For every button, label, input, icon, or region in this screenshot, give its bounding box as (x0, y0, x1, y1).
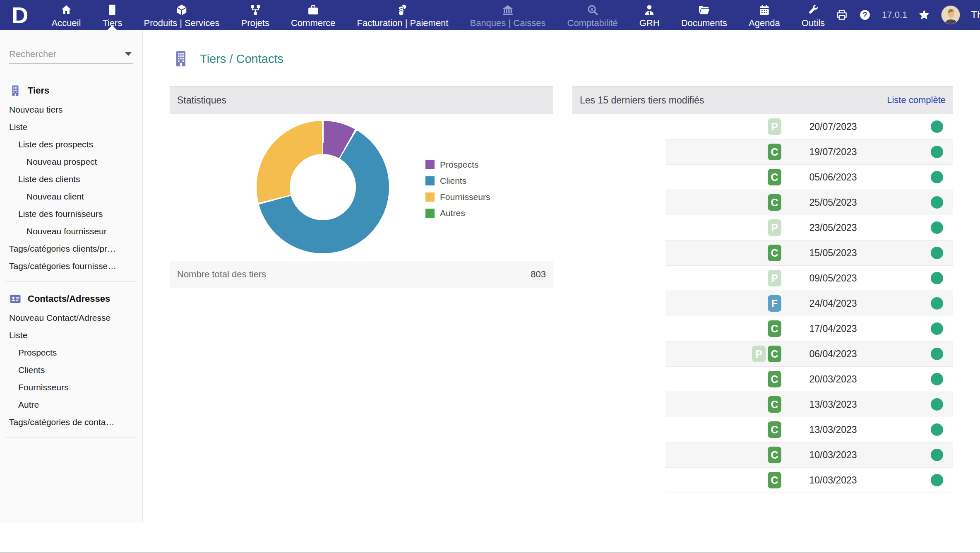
status-dot (931, 247, 943, 259)
sidebar-item-liste-des-prospects[interactable]: Liste des prospects (0, 136, 142, 153)
nav-item-outils[interactable]: Outils (791, 0, 836, 30)
recent-row-content: P09/05/2023 (665, 266, 953, 291)
sidebar-sections: TiersNouveau tiersListeListe des prospec… (0, 80, 142, 438)
prospect-badge[interactable]: P (768, 118, 781, 135)
modified-date: 09/05/2023 (781, 273, 885, 284)
legend-label: Clients (440, 176, 466, 186)
sidebar-item-nouveau-tiers[interactable]: Nouveau tiers (0, 101, 142, 118)
recent-row[interactable]: P20/07/2023 (572, 114, 953, 139)
type-badges: C (665, 245, 781, 261)
sidebar-item-prospects[interactable]: Prospects (0, 344, 142, 361)
search-placeholder: Rechercher (9, 49, 125, 60)
modified-date: 13/03/2023 (781, 424, 885, 435)
prospect-badge[interactable]: P (752, 346, 766, 362)
sidebar-item-nouveau-fournisseur[interactable]: Nouveau fournisseur (0, 223, 142, 240)
recent-row[interactable]: P09/05/2023 (572, 266, 953, 291)
client-badge[interactable]: C (768, 472, 781, 488)
client-badge[interactable]: C (768, 396, 781, 413)
user-menu[interactable]: Thomas (971, 9, 980, 21)
client-badge[interactable]: C (768, 320, 781, 337)
sidebar-item-liste[interactable]: Liste (0, 327, 142, 344)
nav-item-projets[interactable]: Projets (230, 0, 280, 30)
nav-item-label: Projets (241, 18, 269, 29)
recent-row[interactable]: C10/03/2023 (572, 442, 953, 468)
sidebar-item-tags-categories-fournisse[interactable]: Tags/catégories fournisse… (0, 257, 142, 275)
nav-item-label: Commerce (291, 18, 336, 29)
sidebar-item-liste[interactable]: Liste (0, 118, 142, 136)
full-list-link[interactable]: Liste complète (887, 95, 946, 106)
help-icon[interactable]: ? (859, 9, 871, 21)
svg-text:$: $ (591, 7, 593, 12)
recent-row[interactable]: C15/05/2023 (572, 240, 953, 266)
sidebar-section-contacts-adresses[interactable]: Contacts/Adresses (0, 289, 142, 309)
status-dot (931, 221, 943, 234)
sidebar-item-clients[interactable]: Clients (0, 361, 142, 379)
recent-row[interactable]: PC06/04/2023 (572, 341, 953, 367)
legend-label: Autres (440, 208, 465, 218)
bookmark-star-icon[interactable] (918, 9, 930, 21)
nav-item-accueil[interactable]: Accueil (41, 0, 91, 30)
recent-row[interactable]: C05/06/2023 (572, 165, 953, 190)
recent-row[interactable]: F24/04/2023 (572, 291, 953, 316)
recent-row[interactable]: P23/05/2023 (572, 215, 953, 240)
modified-date: 25/05/2023 (781, 197, 885, 208)
chart-legend: ProspectsClientsFournisseursAutres (425, 160, 490, 218)
total-label: Nombre total des tiers (177, 269, 266, 280)
sidebar-section-title: Contacts/Adresses (28, 293, 110, 304)
prospect-badge[interactable]: P (768, 270, 781, 286)
briefcase-icon (307, 3, 319, 17)
dolibarr-logo[interactable]: D (0, 0, 41, 30)
nav-item-documents[interactable]: Documents (670, 0, 738, 30)
client-badge[interactable]: C (768, 447, 781, 463)
legend-item-autres: Autres (425, 208, 490, 218)
client-badge[interactable]: C (768, 144, 781, 160)
recent-row[interactable]: C13/03/2023 (572, 392, 953, 417)
print-icon[interactable] (836, 9, 848, 21)
search-input[interactable]: Rechercher (9, 45, 133, 64)
recent-row-content: C25/05/2023 (665, 190, 953, 215)
building-icon (172, 49, 190, 69)
recent-row[interactable]: C19/07/2023 (572, 139, 953, 165)
recent-row[interactable]: C13/03/2023 (572, 417, 953, 442)
recent-row[interactable]: C17/04/2023 (572, 316, 953, 341)
client-badge[interactable]: C (768, 421, 781, 438)
recent-thirdparties-panel: Les 15 derniers tiers modifiés Liste com… (572, 86, 953, 493)
client-badge[interactable]: C (768, 245, 781, 261)
sidebar-item-tags-categories-de-conta[interactable]: Tags/catégories de conta… (0, 414, 142, 431)
thirdparty-name-cell (572, 165, 665, 190)
recent-row-content: C15/05/2023 (665, 240, 953, 266)
client-badge[interactable]: C (768, 371, 781, 387)
recent-row[interactable]: C25/05/2023 (572, 190, 953, 215)
sidebar-item-liste-des-clients[interactable]: Liste des clients (0, 171, 142, 188)
nav-item-label: GRH (639, 18, 660, 29)
sidebar-item-fournisseurs[interactable]: Fournisseurs (0, 379, 142, 396)
recent-row-content: P23/05/2023 (665, 215, 953, 240)
nav-item-commerce[interactable]: Commerce (280, 0, 346, 30)
modified-date: 10/03/2023 (781, 450, 885, 461)
recent-row[interactable]: C20/03/2023 (572, 367, 953, 392)
client-badge[interactable]: C (768, 194, 781, 211)
client-badge[interactable]: C (768, 346, 781, 362)
modified-date: 20/07/2023 (781, 121, 885, 132)
prospect-badge[interactable]: P (768, 219, 781, 236)
nav-item-tiers[interactable]: Tiers (91, 0, 133, 30)
caret-down-icon[interactable] (125, 52, 132, 56)
sidebar-item-tags-categories-clients-pr[interactable]: Tags/catégories clients/pr… (0, 240, 142, 257)
sidebar-item-liste-des-fournisseurs[interactable]: Liste des fournisseurs (0, 205, 142, 223)
supplier-badge[interactable]: F (768, 295, 781, 312)
sidebar-section-tiers[interactable]: Tiers (0, 80, 142, 101)
top-menu-bar: D AccueilTiersProduits | ServicesProjets… (0, 0, 980, 30)
nav-item-agenda[interactable]: Agenda (738, 0, 791, 30)
nav-item-grh[interactable]: GRH (629, 0, 670, 30)
nav-item-produits-services[interactable]: Produits | Services (133, 0, 230, 30)
client-badge[interactable]: C (768, 169, 781, 185)
sidebar-item-nouveau-prospect[interactable]: Nouveau prospect (0, 153, 142, 171)
nav-item-facturation-paiement[interactable]: Facturation | Paiement (346, 0, 459, 30)
modified-date: 19/07/2023 (781, 147, 885, 158)
sidebar-item-autre[interactable]: Autre (0, 396, 142, 414)
sidebar-item-nouveau-client[interactable]: Nouveau client (0, 188, 142, 205)
thirdparty-name-cell (572, 392, 665, 417)
recent-row[interactable]: C10/03/2023 (572, 468, 953, 493)
sidebar-item-nouveau-contact-adresse[interactable]: Nouveau Contact/Adresse (0, 309, 142, 327)
avatar[interactable] (941, 5, 960, 24)
